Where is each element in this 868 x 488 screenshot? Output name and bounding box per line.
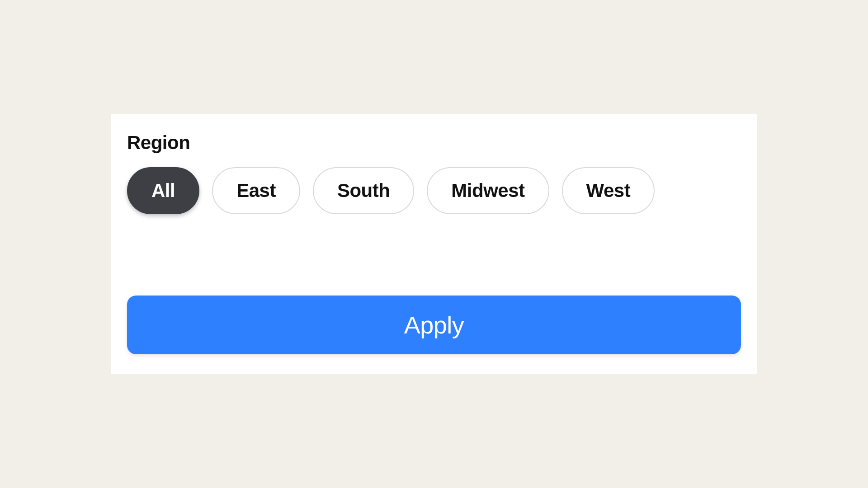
region-chip-midwest[interactable]: Midwest bbox=[427, 167, 549, 214]
filter-title: Region bbox=[127, 132, 741, 154]
region-chip-all[interactable]: All bbox=[127, 167, 199, 214]
region-filter-card: Region All East South Midwest West Apply bbox=[111, 114, 757, 374]
region-chip-south[interactable]: South bbox=[313, 167, 414, 214]
apply-button[interactable]: Apply bbox=[127, 296, 741, 354]
region-chips-row: All East South Midwest West bbox=[127, 167, 741, 214]
region-chip-east[interactable]: East bbox=[212, 167, 300, 214]
region-chip-west[interactable]: West bbox=[562, 167, 655, 214]
